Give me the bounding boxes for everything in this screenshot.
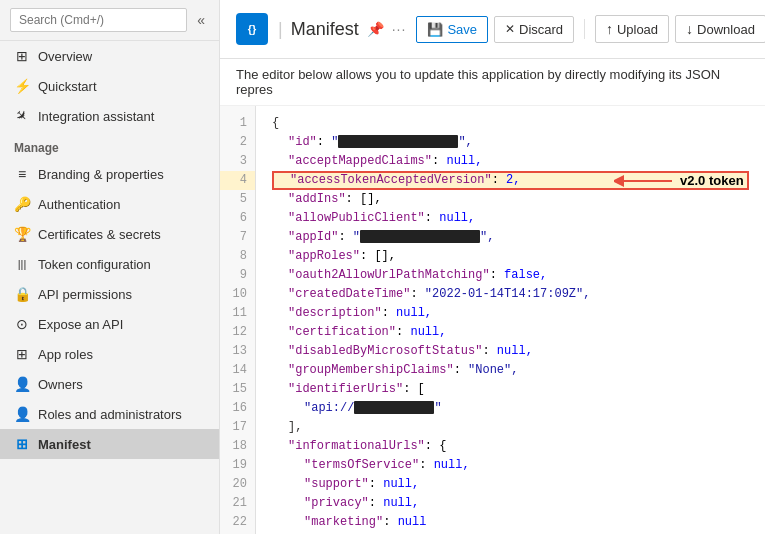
- roles-admin-icon: [14, 406, 30, 422]
- line-num-16: 16: [220, 399, 255, 418]
- line-num-21: 21: [220, 494, 255, 513]
- sidebar-collapse-button[interactable]: «: [193, 10, 209, 30]
- sidebar-item-api-perms[interactable]: API permissions: [0, 279, 219, 309]
- code-line-7: "appId": "",: [272, 228, 749, 247]
- app-icon-label: {}: [248, 23, 257, 35]
- sidebar-item-label: Certificates & secrets: [38, 227, 161, 242]
- upload-button[interactable]: ↑ Upload: [595, 15, 669, 43]
- line-num-18: 18: [220, 437, 255, 456]
- sidebar-item-branding[interactable]: Branding & properties: [0, 159, 219, 189]
- sidebar-item-overview[interactable]: Overview: [0, 41, 219, 71]
- line-num-17: 17: [220, 418, 255, 437]
- app-icon: {}: [236, 13, 268, 45]
- sidebar-item-label: Expose an API: [38, 317, 123, 332]
- code-line-3: "acceptMappedClaims": null,: [272, 152, 749, 171]
- sidebar-item-quickstart[interactable]: Quickstart: [0, 71, 219, 101]
- search-input[interactable]: [10, 8, 187, 32]
- line-num-22: 22: [220, 513, 255, 532]
- upload-icon: ↑: [606, 21, 613, 37]
- sidebar-item-label: App roles: [38, 347, 93, 362]
- code-line-18: "informationalUrls": {: [272, 437, 749, 456]
- code-line-12: "certification": null,: [272, 323, 749, 342]
- owners-icon: [14, 376, 30, 392]
- line-num-8: 8: [220, 247, 255, 266]
- branding-icon: [14, 166, 30, 182]
- code-line-19: "termsOfService": null,: [272, 456, 749, 475]
- page-title: | Manifest 📌 ···: [278, 19, 406, 40]
- line-num-2: 2: [220, 133, 255, 152]
- download-label: Download: [697, 22, 755, 37]
- line-num-5: 5: [220, 190, 255, 209]
- code-line-2: "id": "",: [272, 133, 749, 152]
- main-content: {} | Manifest 📌 ··· 💾 Save ✕ Discard ↑ U…: [220, 0, 765, 534]
- code-line-21: "privacy": null,: [272, 494, 749, 513]
- sidebar-item-owners[interactable]: Owners: [0, 369, 219, 399]
- code-editor[interactable]: { "id": "", "acceptMappedClaims": null, …: [256, 106, 765, 534]
- annotation-text: v2.0 token: [680, 171, 744, 190]
- code-line-15: "identifierUris": [: [272, 380, 749, 399]
- approles-icon: [14, 346, 30, 362]
- redacted-appid: [360, 230, 480, 243]
- sidebar-item-expose[interactable]: Expose an API: [0, 309, 219, 339]
- topbar: {} | Manifest 📌 ··· 💾 Save ✕ Discard ↑ U…: [220, 0, 765, 59]
- sidebar-item-label: Branding & properties: [38, 167, 164, 182]
- line-num-20: 20: [220, 475, 255, 494]
- discard-label: Discard: [519, 22, 563, 37]
- code-line-13: "disabledByMicrosoftStatus": null,: [272, 342, 749, 361]
- overview-icon: [14, 48, 30, 64]
- description-text: The editor below allows you to update th…: [236, 67, 720, 97]
- manifest-icon: [14, 436, 30, 452]
- code-line-14: "groupMembershipClaims": "None",: [272, 361, 749, 380]
- title-separator: |: [278, 19, 283, 40]
- line-num-19: 19: [220, 456, 255, 475]
- sidebar-item-label: Manifest: [38, 437, 91, 452]
- discard-icon: ✕: [505, 22, 515, 36]
- sidebar-item-label: Owners: [38, 377, 83, 392]
- save-button[interactable]: 💾 Save: [416, 16, 488, 43]
- discard-button[interactable]: ✕ Discard: [494, 16, 574, 43]
- toolbar-actions: 💾 Save ✕ Discard ↑ Upload ↓ Download 👤 G…: [416, 8, 765, 50]
- annotation-arrow: v2.0 token: [614, 171, 744, 190]
- sidebar-item-label: Authentication: [38, 197, 120, 212]
- upload-label: Upload: [617, 22, 658, 37]
- integration-icon: [14, 108, 30, 124]
- sidebar-item-certs[interactable]: Certificates & secrets: [0, 219, 219, 249]
- token-icon: [14, 256, 30, 272]
- description-bar: The editor below allows you to update th…: [220, 59, 765, 106]
- code-line-8: "appRoles": [],: [272, 247, 749, 266]
- code-line-20: "support": null,: [272, 475, 749, 494]
- sidebar-item-authentication[interactable]: Authentication: [0, 189, 219, 219]
- sidebar-item-label: Quickstart: [38, 79, 97, 94]
- sidebar-item-approles[interactable]: App roles: [0, 339, 219, 369]
- editor-wrapper: 1 2 3 4 5 6 7 8 9 10 11 12 13 14 15 16 1…: [220, 106, 765, 534]
- download-button[interactable]: ↓ Download: [675, 15, 765, 43]
- title-text: Manifest: [291, 19, 359, 40]
- quickstart-icon: [14, 78, 30, 94]
- line-num-6: 6: [220, 209, 255, 228]
- sidebar: « Overview Quickstart Integration assist…: [0, 0, 220, 534]
- more-icon[interactable]: ···: [392, 21, 407, 37]
- sidebar-item-label: Integration assistant: [38, 109, 154, 124]
- sidebar-item-manifest[interactable]: Manifest: [0, 429, 219, 459]
- code-line-9: "oauth2AllowUrlPathMatching": false,: [272, 266, 749, 285]
- pin-icon[interactable]: 📌: [367, 21, 384, 37]
- code-line-6: "allowPublicClient": null,: [272, 209, 749, 228]
- sidebar-item-token[interactable]: Token configuration: [0, 249, 219, 279]
- line-num-11: 11: [220, 304, 255, 323]
- certs-icon: [14, 226, 30, 242]
- line-num-3: 3: [220, 152, 255, 171]
- sidebar-item-label: Token configuration: [38, 257, 151, 272]
- save-label: Save: [447, 22, 477, 37]
- sidebar-search-container: «: [0, 0, 219, 41]
- line-num-7: 7: [220, 228, 255, 247]
- line-num-10: 10: [220, 285, 255, 304]
- sidebar-item-label: Roles and administrators: [38, 407, 182, 422]
- code-line-4: "accessTokenAcceptedVersion": 2, v2.0 to…: [272, 171, 749, 190]
- line-num-1: 1: [220, 114, 255, 133]
- code-line-17: ],: [272, 418, 749, 437]
- code-line-5: "addIns": [],: [272, 190, 749, 209]
- code-line-11: "description": null,: [272, 304, 749, 323]
- sidebar-item-roles-admin[interactable]: Roles and administrators: [0, 399, 219, 429]
- line-num-9: 9: [220, 266, 255, 285]
- sidebar-item-integration[interactable]: Integration assistant: [0, 101, 219, 131]
